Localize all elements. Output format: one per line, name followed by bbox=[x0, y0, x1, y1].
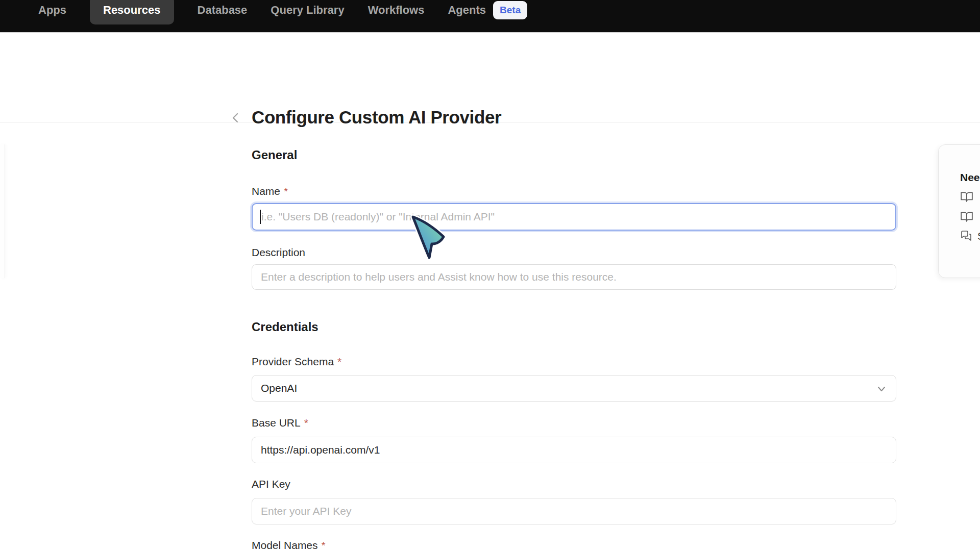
help-panel: Nee S bbox=[938, 144, 980, 278]
chevron-left-icon bbox=[229, 111, 242, 124]
provider-schema-select[interactable]: OpenAI bbox=[252, 375, 896, 402]
general-section-heading: General bbox=[252, 148, 896, 162]
required-asterisk: * bbox=[284, 185, 288, 198]
chat-bubbles-icon bbox=[960, 230, 972, 242]
base-url-input[interactable] bbox=[252, 437, 896, 463]
beta-badge: Beta bbox=[493, 1, 527, 19]
top-nav: Apps Resources Database Query Library Wo… bbox=[0, 0, 980, 33]
nav-item-resources[interactable]: Resources bbox=[90, 0, 174, 24]
page-header: Configure Custom AI Provider bbox=[0, 33, 980, 122]
help-link-docs-1[interactable] bbox=[960, 190, 980, 204]
nav-item-workflows[interactable]: Workflows bbox=[368, 4, 425, 17]
book-open-icon bbox=[960, 210, 973, 223]
help-link-docs-2[interactable] bbox=[960, 210, 980, 223]
nav-item-agents[interactable]: Agents bbox=[448, 4, 486, 17]
description-input[interactable] bbox=[252, 264, 896, 290]
configure-provider-form: General Name * Description Credentials P… bbox=[252, 148, 896, 551]
back-button[interactable] bbox=[229, 111, 242, 124]
name-label: Name * bbox=[252, 185, 896, 198]
nav-item-apps[interactable]: Apps bbox=[38, 4, 66, 17]
model-names-label: Model Names * bbox=[252, 539, 896, 551]
text-caret bbox=[260, 210, 261, 224]
nav-item-agents-group: Agents Beta bbox=[448, 1, 527, 19]
provider-schema-label-text: Provider Schema bbox=[252, 355, 334, 368]
required-asterisk: * bbox=[322, 539, 326, 551]
help-panel-title: Nee bbox=[960, 171, 980, 184]
left-panel-edge bbox=[0, 144, 5, 278]
base-url-label: Base URL * bbox=[252, 416, 896, 430]
api-key-label-text: API Key bbox=[252, 478, 290, 491]
credentials-section-heading: Credentials bbox=[252, 320, 896, 334]
help-link-label: S bbox=[977, 231, 980, 242]
description-label: Description bbox=[252, 246, 896, 259]
name-input[interactable] bbox=[252, 203, 896, 231]
provider-schema-value: OpenAI bbox=[261, 382, 297, 394]
chevron-down-icon bbox=[875, 383, 888, 395]
nav-item-query-library[interactable]: Query Library bbox=[271, 4, 344, 17]
required-asterisk: * bbox=[304, 416, 308, 430]
nav-item-database[interactable]: Database bbox=[198, 4, 248, 17]
top-nav-items: Apps Resources Database Query Library Wo… bbox=[38, 0, 527, 31]
required-asterisk: * bbox=[337, 355, 341, 368]
name-input-wrap bbox=[252, 203, 896, 231]
api-key-label: API Key bbox=[252, 478, 896, 491]
model-names-label-text: Model Names bbox=[252, 539, 318, 551]
description-label-text: Description bbox=[252, 246, 305, 259]
help-link-support[interactable]: S bbox=[960, 230, 980, 242]
book-open-icon bbox=[960, 190, 973, 204]
page-title: Configure Custom AI Provider bbox=[252, 107, 501, 128]
name-label-text: Name bbox=[252, 185, 280, 198]
base-url-label-text: Base URL bbox=[252, 416, 301, 430]
api-key-input[interactable] bbox=[252, 498, 896, 524]
provider-schema-label: Provider Schema * bbox=[252, 355, 896, 368]
